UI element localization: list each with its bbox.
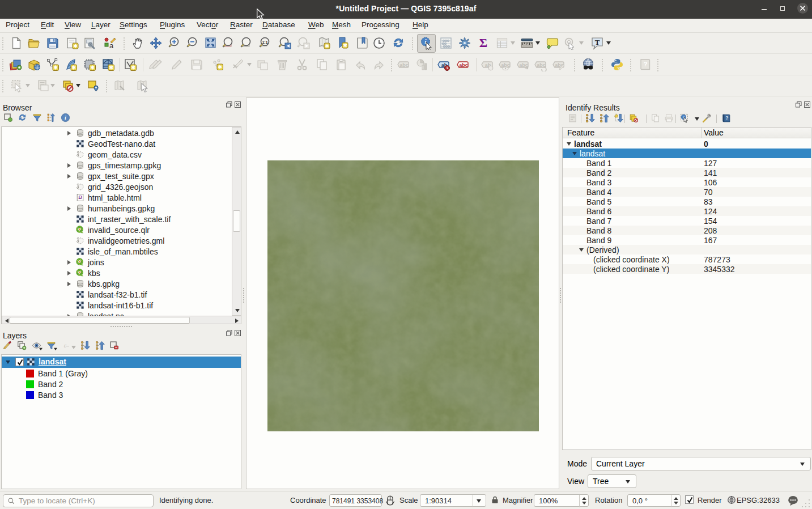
svg-text:i: i [65, 114, 66, 121]
svg-text:abc: abc [459, 62, 468, 68]
svg-text:abc: abc [537, 62, 546, 68]
svg-text:?: ? [725, 115, 728, 121]
svg-text:T: T [595, 38, 600, 46]
svg-text:1:1: 1:1 [262, 40, 267, 44]
svg-text:abc: abc [399, 62, 409, 68]
svg-text:abc: abc [519, 62, 528, 68]
svg-text:ε: ε [64, 342, 67, 349]
svg-text:Ω: Ω [78, 195, 82, 200]
svg-text:Σ: Σ [479, 36, 487, 50]
svg-text:?: ? [644, 61, 648, 67]
